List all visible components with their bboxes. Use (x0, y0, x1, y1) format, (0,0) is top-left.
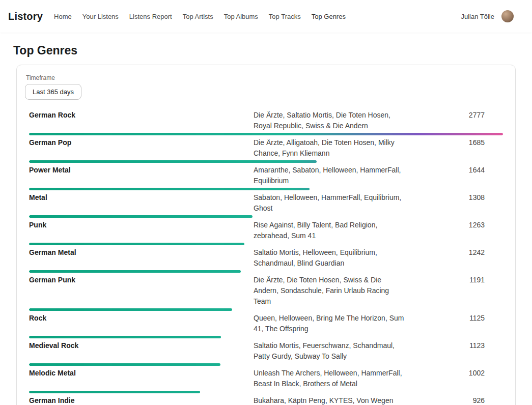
genre-bar (29, 336, 221, 338)
genre-name: German Indie (29, 395, 254, 405)
genre-row: Rock Queen, Helloween, Bring Me The Hori… (25, 311, 507, 338)
genre-bar (29, 391, 200, 393)
genre-bar (29, 160, 317, 163)
genre-row: Power Metal Amaranthe, Sabaton, Hellowee… (25, 163, 507, 190)
genre-name: German Rock (29, 110, 254, 131)
main-nav: HomeYour ListensListens ReportTop Artist… (54, 13, 346, 20)
nav-item-top-genres[interactable]: Top Genres (312, 13, 346, 20)
app-logo[interactable]: Listory (8, 11, 43, 22)
genre-bar-fill (29, 363, 220, 366)
timeframe-filter: Timeframe Last 365 days (25, 74, 507, 100)
user-menu[interactable]: Julian Tölle (461, 10, 514, 22)
genre-count: 1308 (412, 192, 503, 214)
genre-bar (29, 243, 244, 245)
genre-artists: Saltatio Mortis, Helloween, Equilibrium,… (254, 247, 412, 269)
genre-bar (29, 133, 503, 135)
timeframe-select[interactable]: Last 365 days (25, 84, 81, 100)
nav-item-top-artists[interactable]: Top Artists (183, 13, 213, 20)
genre-artists: Queen, Helloween, Bring Me The Horizon, … (254, 313, 412, 334)
genre-row: German Metal Saltatio Mortis, Helloween,… (25, 245, 507, 273)
genre-row: Medieval Rock Saltatio Mortis, Feuerschw… (25, 338, 507, 366)
nav-item-top-tracks[interactable]: Top Tracks (269, 13, 301, 20)
genre-count: 1123 (412, 340, 503, 362)
page-content: Top Genres Timeframe Last 365 days Germa… (0, 33, 532, 405)
genre-count: 1644 (412, 165, 503, 186)
genre-bar (29, 308, 232, 311)
genre-table: German Rock Die Ärzte, Saltatio Mortis, … (25, 108, 507, 405)
genre-name: German Metal (29, 247, 254, 269)
genre-bar-fill (29, 160, 317, 163)
genre-artists: Amaranthe, Sabaton, Helloween, HammerFal… (254, 165, 412, 186)
genre-bar-fill (29, 336, 221, 338)
genre-count: 1191 (412, 275, 503, 307)
genre-artists: Sabaton, Helloween, HammerFall, Equilibr… (254, 192, 412, 214)
genre-name: German Punk (29, 275, 254, 307)
genre-name: Punk (29, 220, 254, 241)
genre-bar-fill (29, 391, 200, 393)
genre-bar-fill (29, 308, 232, 311)
page-title: Top Genres (13, 44, 519, 57)
genre-name: German Pop (29, 137, 254, 159)
genre-row: Metal Sabaton, Helloween, HammerFall, Eq… (25, 190, 507, 218)
avatar[interactable] (501, 10, 514, 22)
genre-artists: Rise Against, Billy Talent, Bad Religion… (254, 220, 412, 241)
genre-row: German Rock Die Ärzte, Saltatio Mortis, … (25, 108, 507, 135)
genre-artists: Die Ärzte, Die Toten Hosen, Swiss & Die … (254, 275, 412, 307)
genre-bar (29, 270, 241, 273)
genre-count: 926 (412, 395, 503, 405)
genre-count: 1002 (412, 368, 503, 389)
nav-item-top-albums[interactable]: Top Albums (224, 13, 258, 20)
genre-bar-fill (29, 188, 310, 190)
nav-item-home[interactable]: Home (54, 13, 72, 20)
genre-artists: Die Ärzte, Saltatio Mortis, Die Toten Ho… (254, 110, 412, 131)
genre-bar-fill (29, 243, 244, 245)
genre-name: Rock (29, 313, 254, 334)
genre-row: German Indie Bukahara, Käptn Peng, KYTES… (25, 393, 507, 405)
user-name: Julian Tölle (461, 13, 494, 20)
genre-bar (29, 188, 310, 190)
genre-artists: Bukahara, Käptn Peng, KYTES, Von Wegen L… (254, 395, 412, 405)
genre-bar-fill (29, 215, 253, 218)
genre-row: Melodic Metal Unleash The Archers, Hello… (25, 366, 507, 393)
genre-bar (29, 363, 220, 366)
genre-row: Punk Rise Against, Billy Talent, Bad Rel… (25, 218, 507, 245)
timeframe-label: Timeframe (26, 74, 507, 81)
genre-count: 1125 (412, 313, 503, 334)
timeframe-value: Last 365 days (33, 88, 74, 96)
genre-row: German Punk Die Ärzte, Die Toten Hosen, … (25, 273, 507, 311)
genre-count: 2777 (412, 110, 503, 131)
genre-name: Power Metal (29, 165, 254, 186)
genre-count: 1263 (412, 220, 503, 241)
genre-artists: Die Ärzte, Alligatoah, Die Toten Hosen, … (254, 137, 412, 159)
genre-bar-fill (29, 270, 241, 273)
genre-bar (29, 215, 253, 218)
genre-artists: Unleash The Archers, Helloween, HammerFa… (254, 368, 412, 389)
genre-bar-fill (29, 133, 503, 135)
genre-artists: Saltatio Mortis, Feuerschwanz, Schandmau… (254, 340, 412, 362)
genre-count: 1685 (412, 137, 503, 159)
genre-name: Medieval Rock (29, 340, 254, 362)
nav-item-your-listens[interactable]: Your Listens (82, 13, 119, 20)
genre-name: Melodic Metal (29, 368, 254, 389)
nav-item-listens-report[interactable]: Listens Report (129, 13, 172, 20)
top-genres-card: Timeframe Last 365 days German Rock Die … (16, 65, 516, 405)
genre-name: Metal (29, 192, 254, 214)
genre-count: 1242 (412, 247, 503, 269)
app-bar: Listory HomeYour ListensListens ReportTo… (0, 0, 532, 33)
genre-row: German Pop Die Ärzte, Alligatoah, Die To… (25, 135, 507, 163)
